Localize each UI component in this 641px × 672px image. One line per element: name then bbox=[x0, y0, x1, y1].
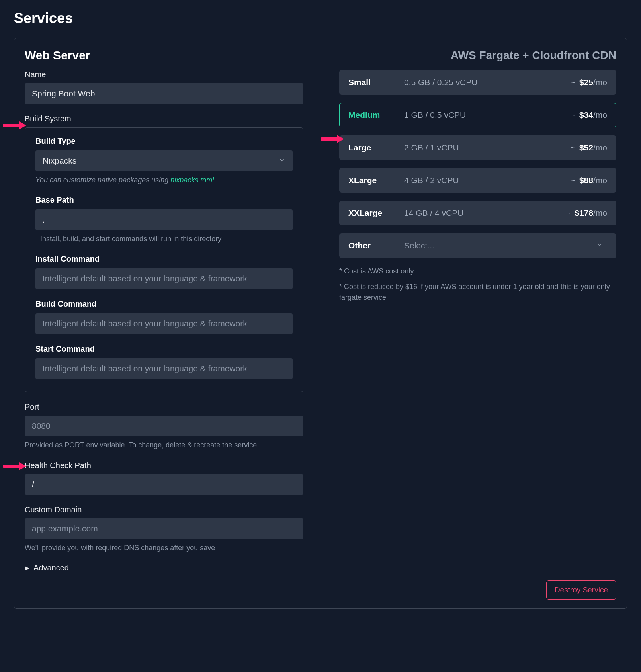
advanced-toggle[interactable]: ▶ Advanced bbox=[25, 563, 303, 572]
tier-small[interactable]: Small0.5 GB / 0.25 vCPU~ $25/mo bbox=[339, 70, 616, 95]
tier-name: XXLarge bbox=[348, 208, 404, 218]
base-path-hint: Install, build, and start commands will … bbox=[35, 234, 293, 244]
panel-subtitle: AWS Fargate + Cloudfront CDN bbox=[451, 49, 616, 62]
tier-xxlarge[interactable]: XXLarge14 GB / 4 vCPU~ $178/mo bbox=[339, 201, 616, 225]
tier-price: ~ $25/mo bbox=[571, 78, 607, 87]
tier-price: ~ $52/mo bbox=[571, 143, 607, 152]
destroy-button[interactable]: Destroy Service bbox=[546, 580, 616, 600]
health-input[interactable] bbox=[25, 474, 303, 495]
build-type-hint: You can customize native packages using … bbox=[35, 175, 293, 185]
tier-spec: 14 GB / 4 vCPU bbox=[404, 208, 566, 218]
tier-name: XLarge bbox=[348, 176, 404, 185]
domain-hint: We'll provide you with required DNS chan… bbox=[25, 543, 303, 553]
tier-large[interactable]: Large2 GB / 1 vCPU~ $52/mo bbox=[339, 135, 616, 160]
cost-footnotes: * Cost is AWS cost only * Cost is reduce… bbox=[339, 266, 616, 303]
footnote-a: * Cost is AWS cost only bbox=[339, 266, 616, 277]
footnote-b: * Cost is reduced by $16 if your AWS acc… bbox=[339, 281, 616, 303]
nixpacks-link[interactable]: nixpacks.toml bbox=[170, 176, 214, 184]
build-cmd-input[interactable] bbox=[35, 313, 293, 334]
chevron-down-icon bbox=[596, 241, 603, 250]
install-cmd-label: Install Command bbox=[35, 254, 293, 264]
tier-other-select[interactable]: Select... bbox=[404, 241, 607, 250]
build-system-fieldset: Build Type Nixpacks You can customize na… bbox=[25, 127, 303, 392]
port-hint: Provided as PORT env variable. To change… bbox=[25, 440, 303, 450]
install-cmd-input[interactable] bbox=[35, 268, 293, 289]
build-system-label: Build System bbox=[25, 114, 303, 123]
page-title: Services bbox=[14, 10, 627, 27]
build-type-select[interactable]: Nixpacks bbox=[35, 150, 293, 171]
tier-xlarge[interactable]: XLarge4 GB / 2 vCPU~ $88/mo bbox=[339, 168, 616, 193]
start-cmd-label: Start Command bbox=[35, 344, 293, 354]
base-path-input[interactable] bbox=[35, 209, 293, 230]
triangle-right-icon: ▶ bbox=[25, 564, 29, 572]
name-label: Name bbox=[25, 70, 303, 79]
tier-other[interactable]: Other Select... bbox=[339, 233, 616, 258]
domain-input[interactable] bbox=[25, 518, 303, 539]
tier-spec: 4 GB / 2 vCPU bbox=[404, 176, 571, 185]
tier-name: Large bbox=[348, 143, 404, 152]
tier-price: ~ $178/mo bbox=[566, 208, 607, 218]
tier-other-name: Other bbox=[348, 241, 404, 250]
tier-name: Medium bbox=[348, 110, 404, 120]
port-label: Port bbox=[25, 402, 303, 412]
name-field: Name bbox=[25, 70, 303, 104]
panel-title: Web Server bbox=[25, 49, 90, 62]
tier-price: ~ $34/mo bbox=[571, 110, 607, 120]
tier-spec: 1 GB / 0.5 vCPU bbox=[404, 110, 571, 120]
tier-spec: 0.5 GB / 0.25 vCPU bbox=[404, 78, 571, 87]
start-cmd-input[interactable] bbox=[35, 358, 293, 379]
service-panel: Web Server AWS Fargate + Cloudfront CDN … bbox=[14, 38, 627, 609]
tier-medium[interactable]: Medium1 GB / 0.5 vCPU~ $34/mo bbox=[339, 103, 616, 127]
domain-label: Custom Domain bbox=[25, 505, 303, 514]
name-input[interactable] bbox=[25, 83, 303, 104]
tier-price: ~ $88/mo bbox=[571, 176, 607, 185]
build-type-label: Build Type bbox=[35, 137, 293, 146]
tier-name: Small bbox=[348, 78, 404, 87]
health-label: Health Check Path bbox=[25, 461, 303, 470]
base-path-label: Base Path bbox=[35, 195, 293, 205]
advanced-label: Advanced bbox=[33, 563, 69, 572]
port-input[interactable] bbox=[25, 416, 303, 436]
build-cmd-label: Build Command bbox=[35, 299, 293, 309]
tier-spec: 2 GB / 1 vCPU bbox=[404, 143, 571, 152]
